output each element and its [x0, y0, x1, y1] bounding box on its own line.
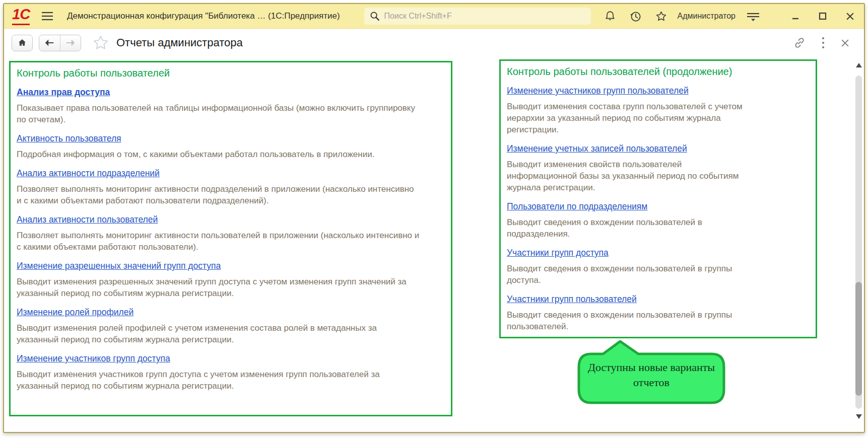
search-box[interactable]	[364, 8, 591, 25]
forward-button[interactable]	[60, 35, 81, 51]
current-user[interactable]: Администратор	[678, 12, 736, 21]
report-link[interactable]: Изменение ролей профилей	[17, 307, 133, 318]
scrollbar-track[interactable]	[855, 76, 862, 409]
report-desc: Выводит изменения участников групп досту…	[17, 369, 420, 392]
report-item: Изменение ролей профилей Выводит изменен…	[17, 307, 445, 345]
home-icon	[17, 38, 27, 48]
report-desc: Выводит изменения состава групп пользова…	[507, 101, 749, 135]
app-title: Демонстрационная конфигурация "Библиотек…	[67, 11, 340, 21]
scrollbar-thumb[interactable]	[855, 282, 862, 396]
report-link[interactable]: Активность пользователя	[17, 133, 121, 144]
app-window: 1С Демонстрационная конфигурация "Библио…	[3, 3, 865, 433]
report-list: Анализ прав доступа Показывает права пол…	[17, 87, 445, 392]
panel-heading: Контроль работы пользователей (продолжен…	[507, 66, 810, 78]
report-item: Анализ активности подразделений Позволяе…	[17, 168, 445, 206]
report-link[interactable]: Анализ прав доступа	[17, 87, 110, 98]
nav-buttons	[39, 35, 81, 51]
report-link[interactable]: Участники групп пользователей	[507, 294, 637, 305]
close-page-icon[interactable]	[840, 38, 850, 48]
report-item: Анализ прав доступа Показывает права пол…	[17, 87, 445, 125]
link-icon[interactable]	[793, 36, 806, 49]
report-item: Участники групп доступа Выводит сведения…	[507, 247, 810, 286]
report-link[interactable]: Пользователи по подразделениям	[507, 201, 647, 212]
report-item: Анализ активности пользователей Позволяе…	[17, 214, 445, 253]
main-menu-icon[interactable]	[41, 11, 54, 22]
add-to-favorites-star-icon[interactable]	[92, 34, 109, 51]
report-desc: Показывает права пользователей на таблиц…	[17, 102, 420, 125]
report-item: Пользователи по подразделениям Выводит с…	[507, 201, 810, 240]
report-item: Активность пользователя Подробная информ…	[17, 133, 445, 160]
navigation-toolbar: Отчеты администратора	[4, 29, 864, 56]
service-menu-icon[interactable]	[746, 10, 761, 22]
scroll-down-arrow-icon[interactable]	[856, 414, 862, 419]
1c-logo: 1С	[12, 7, 30, 25]
search-icon	[369, 11, 380, 22]
titlebar: 1С Демонстрационная конфигурация "Библио…	[4, 4, 864, 29]
report-link[interactable]: Изменение разрешенных значений групп дос…	[17, 260, 221, 272]
kebab-menu-icon[interactable]	[821, 36, 825, 49]
report-desc: Выводит изменения свойств пользователей …	[507, 159, 749, 193]
page-title: Отчеты администратора	[116, 36, 243, 49]
report-desc: Выводит сведения о вхождении пользовател…	[507, 216, 749, 240]
report-desc: Позволяет выполнять мониторинг активност…	[17, 230, 420, 253]
notifications-bell-icon[interactable]	[604, 10, 616, 22]
history-icon[interactable]	[629, 10, 642, 23]
report-desc: Выводит сведения о вхождении пользовател…	[507, 309, 749, 332]
maximize-icon[interactable]	[818, 12, 827, 21]
report-link[interactable]: Анализ активности подразделений	[17, 168, 160, 179]
reports-panel-right: Контроль работы пользователей (продолжен…	[499, 59, 817, 338]
favorites-star-icon[interactable]	[655, 10, 667, 23]
close-icon[interactable]	[845, 12, 855, 21]
report-link[interactable]: Изменение учетных записей пользователей	[507, 143, 687, 155]
report-desc: Подробная информация о том, с какими объ…	[17, 149, 420, 160]
report-desc: Позволяет выполнять мониторинг активност…	[17, 183, 420, 206]
new-reports-callout: Доступны новые варианты отчетов	[576, 339, 727, 407]
callout-text: Доступны новые варианты отчетов	[576, 360, 727, 390]
back-button[interactable]	[39, 35, 60, 51]
report-item: Изменение учетных записей пользователей …	[507, 143, 810, 193]
report-item: Изменение участников групп пользователей…	[507, 85, 810, 135]
report-link[interactable]: Изменение участников групп доступа	[17, 353, 170, 364]
panel-heading: Контроль работы пользователей	[17, 67, 445, 79]
report-desc: Выводит изменения ролей профилей с учето…	[17, 322, 420, 345]
home-button[interactable]	[12, 35, 33, 51]
report-item: Изменение разрешенных значений групп дос…	[17, 260, 445, 299]
report-desc: Выводит изменения разрешенных значений г…	[17, 276, 420, 299]
report-desc: Выводит сведения о вхождении пользовател…	[507, 263, 749, 286]
search-input[interactable]	[384, 12, 586, 21]
report-item: Изменение участников групп доступа Вывод…	[17, 353, 445, 392]
scroll-up-arrow-icon[interactable]	[856, 63, 862, 67]
report-link[interactable]: Анализ активности пользователей	[17, 214, 158, 226]
minimize-icon[interactable]	[791, 12, 800, 21]
report-item: Участники групп пользователей Выводит св…	[507, 294, 810, 332]
report-list: Изменение участников групп пользователей…	[507, 85, 810, 332]
report-link[interactable]: Участники групп доступа	[507, 247, 609, 259]
report-link[interactable]: Изменение участников групп пользователей	[507, 85, 689, 97]
reports-panel-left: Контроль работы пользователей Анализ пра…	[9, 61, 452, 416]
